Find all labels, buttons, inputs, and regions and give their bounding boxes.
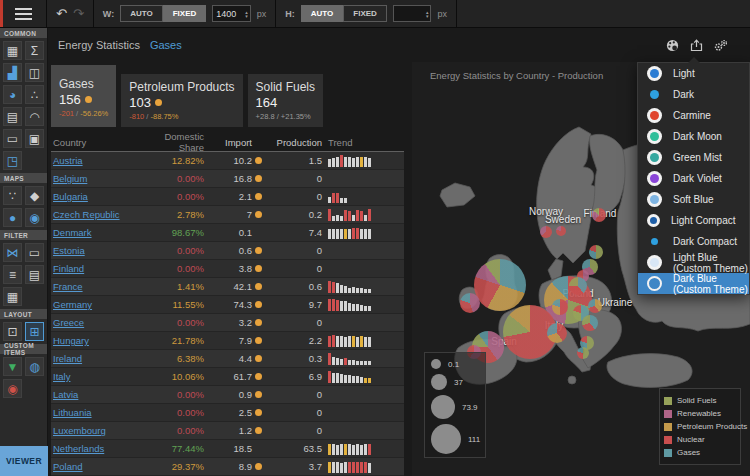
country-link[interactable]: France bbox=[53, 281, 83, 292]
width-spin-down-icon[interactable]: ▾ bbox=[245, 14, 248, 18]
theme-option-light[interactable]: Light bbox=[638, 63, 749, 84]
country-link[interactable]: Lithuania bbox=[53, 407, 92, 418]
date-filter-icon[interactable]: ▦ bbox=[3, 287, 22, 306]
country-link[interactable]: Belgium bbox=[53, 173, 87, 184]
country-link[interactable]: Bulgaria bbox=[53, 191, 88, 202]
undo-icon[interactable]: ↶ bbox=[56, 7, 67, 20]
country-link[interactable]: Ireland bbox=[53, 353, 82, 364]
menu-button[interactable] bbox=[0, 0, 46, 28]
choropleth-map-icon[interactable]: ◆ bbox=[25, 186, 44, 205]
country-link[interactable]: Hungary bbox=[53, 335, 89, 346]
country-link[interactable]: Latvia bbox=[53, 389, 78, 400]
scatter-chart-icon[interactable]: ◫ bbox=[25, 63, 44, 82]
table-row[interactable]: Italy10.06%61.76.9 bbox=[51, 368, 404, 386]
map-pie[interactable] bbox=[556, 226, 566, 236]
table-row[interactable]: Hungary21.78%7.92.2 bbox=[51, 332, 404, 350]
card-icon[interactable]: ▤ bbox=[3, 107, 22, 126]
country-link[interactable]: Luxembourg bbox=[53, 425, 106, 436]
image-icon[interactable]: ▣ bbox=[25, 129, 44, 148]
table-row[interactable]: Poland29.37%8.93.7 bbox=[51, 458, 404, 476]
country-link[interactable]: Germany bbox=[53, 299, 92, 310]
theme-option-dark[interactable]: Dark bbox=[638, 84, 749, 105]
tab-energy-statistics[interactable]: Energy Statistics bbox=[58, 39, 140, 51]
country-link[interactable]: Estonia bbox=[53, 245, 85, 256]
map-pie[interactable] bbox=[569, 277, 587, 295]
table-row[interactable]: Netherlands77.44%18.563.5 bbox=[51, 440, 404, 458]
chart-icon[interactable]: ▟ bbox=[3, 63, 22, 82]
theme-option-light-compact[interactable]: Light Compact bbox=[638, 210, 749, 231]
pie-icon[interactable]: ◕ bbox=[3, 85, 22, 104]
country-link[interactable]: Netherlands bbox=[53, 443, 104, 454]
table-row[interactable]: Austria12.82%10.21.5 bbox=[51, 152, 404, 170]
combobox-icon[interactable]: ▭ bbox=[25, 243, 44, 262]
viewer-button[interactable]: VIEWER bbox=[0, 446, 48, 476]
width-fixed-button[interactable]: FIXED bbox=[163, 5, 207, 22]
table-row[interactable]: Lithuania0.00%2.50 bbox=[51, 404, 404, 422]
table-row[interactable]: Luxembourg0.00%1.20 bbox=[51, 422, 404, 440]
table-row[interactable]: Germany11.55%74.39.7 bbox=[51, 296, 404, 314]
tab-container-icon[interactable]: ⊞ bbox=[25, 322, 44, 341]
pie-map-icon[interactable]: ◉ bbox=[25, 208, 44, 227]
table-row[interactable]: Greece0.00%3.20 bbox=[51, 314, 404, 332]
parameters-icon[interactable] bbox=[714, 39, 728, 52]
card-gases[interactable]: Gases156-201 / -56.26% bbox=[51, 65, 116, 127]
bound-image-icon[interactable]: ◳ bbox=[3, 151, 22, 170]
grid-icon[interactable]: ▦ bbox=[3, 41, 22, 60]
listbox-icon[interactable]: ≡ bbox=[3, 265, 22, 284]
map-pie[interactable] bbox=[589, 245, 603, 259]
map-pie[interactable] bbox=[577, 347, 589, 359]
height-auto-button[interactable]: AUTO bbox=[301, 5, 344, 22]
country-link[interactable]: Italy bbox=[53, 371, 70, 382]
card-petroleum-products[interactable]: Petroleum Products103-810 / -88.75% bbox=[121, 74, 242, 127]
gauge-icon[interactable]: ◠ bbox=[25, 107, 44, 126]
geo-point-map-icon[interactable]: ∵ bbox=[3, 186, 22, 205]
width-input[interactable] bbox=[213, 9, 245, 19]
map-pie[interactable] bbox=[592, 208, 606, 222]
redo-icon[interactable]: ↷ bbox=[73, 7, 84, 20]
palette-icon[interactable] bbox=[666, 39, 679, 52]
webpage-icon[interactable]: ◍ bbox=[25, 357, 44, 376]
pivot-icon[interactable]: Σ bbox=[25, 41, 44, 60]
table-row[interactable]: Belgium0.00%16.80 bbox=[51, 170, 404, 188]
width-auto-button[interactable]: AUTO bbox=[120, 5, 163, 22]
map-pie[interactable] bbox=[460, 293, 480, 313]
range-filter-icon[interactable]: ⋈ bbox=[3, 243, 22, 262]
table-row[interactable]: Ireland6.38%4.40.3 bbox=[51, 350, 404, 368]
map-pie[interactable] bbox=[588, 299, 602, 313]
theme-option-dark-moon[interactable]: Dark Moon bbox=[638, 126, 749, 147]
height-fixed-button[interactable]: FIXED bbox=[343, 5, 387, 22]
table-row[interactable]: Finland0.00%3.80 bbox=[51, 260, 404, 278]
map-pie[interactable] bbox=[474, 259, 526, 311]
height-input[interactable] bbox=[394, 9, 426, 19]
card-solid-fuels[interactable]: Solid Fuels164+28.8 / +21.35% bbox=[248, 74, 323, 127]
map-pie[interactable] bbox=[540, 226, 552, 238]
country-link[interactable]: Greece bbox=[53, 317, 84, 328]
country-link[interactable]: Austria bbox=[53, 155, 83, 166]
theme-option-dark-compact[interactable]: Dark Compact bbox=[638, 231, 749, 252]
export-icon[interactable] bbox=[690, 39, 703, 52]
theme-option-dark-violet[interactable]: Dark Violet bbox=[638, 168, 749, 189]
map-pie[interactable] bbox=[547, 323, 567, 343]
country-link[interactable]: Finland bbox=[53, 263, 84, 274]
theme-option-light-blue-custom-theme[interactable]: Light Blue (Custom Theme) bbox=[638, 252, 749, 273]
theme-option-green-mist[interactable]: Green Mist bbox=[638, 147, 749, 168]
theme-option-soft-blue[interactable]: Soft Blue bbox=[638, 189, 749, 210]
table-row[interactable]: France1.41%42.10.6 bbox=[51, 278, 404, 296]
country-link[interactable]: Czech Republic bbox=[53, 209, 120, 220]
group-icon[interactable]: ⊡ bbox=[3, 322, 22, 341]
table-row[interactable]: Bulgaria0.00%2.10 bbox=[51, 188, 404, 206]
map-pin-icon[interactable]: ◉ bbox=[3, 379, 22, 398]
text-box-icon[interactable]: ▭ bbox=[3, 129, 22, 148]
table-row[interactable]: Latvia0.00%0.90 bbox=[51, 386, 404, 404]
table-row[interactable]: Czech Republic2.78%70.2 bbox=[51, 206, 404, 224]
country-link[interactable]: Poland bbox=[53, 461, 83, 472]
bubble-map-icon[interactable]: ● bbox=[3, 208, 22, 227]
table-row[interactable]: Denmark98.67%0.17.4 bbox=[51, 224, 404, 242]
funnel-icon[interactable]: ▼ bbox=[3, 357, 22, 376]
height-spin-down-icon[interactable]: ▾ bbox=[426, 14, 429, 18]
theme-option-dark-blue-custom-theme[interactable]: Dark Blue (Custom Theme) bbox=[638, 273, 749, 294]
theme-option-carmine[interactable]: Carmine bbox=[638, 105, 749, 126]
map-pie[interactable] bbox=[582, 315, 598, 331]
treeview-icon[interactable]: ▤ bbox=[25, 265, 44, 284]
table-row[interactable]: Estonia0.00%0.60 bbox=[51, 242, 404, 260]
